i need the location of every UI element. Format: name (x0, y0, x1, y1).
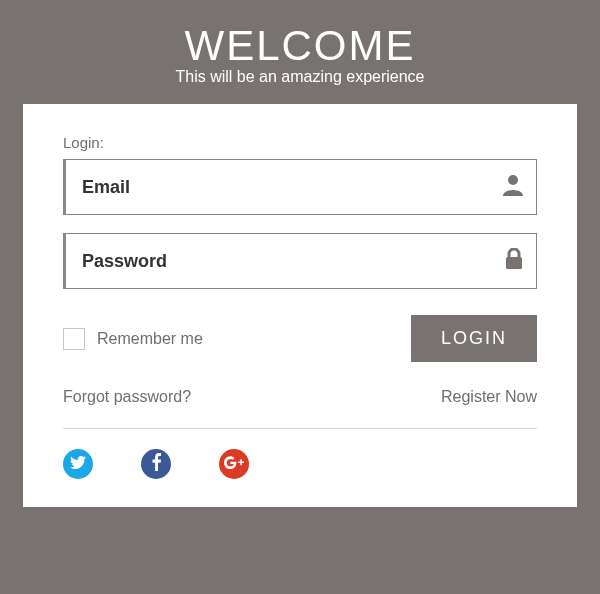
remember-checkbox[interactable] (63, 328, 85, 350)
remember-me-wrap[interactable]: Remember me (63, 328, 203, 350)
login-button[interactable]: LOGIN (411, 315, 537, 362)
svg-rect-1 (506, 257, 522, 269)
facebook-button[interactable] (141, 449, 171, 479)
email-field-wrap (63, 159, 537, 215)
google-plus-button[interactable] (219, 449, 249, 479)
password-field[interactable] (63, 233, 537, 289)
links-row: Forgot password? Register Now (63, 388, 537, 429)
social-row (63, 449, 537, 479)
register-link[interactable]: Register Now (441, 388, 537, 406)
twitter-icon (70, 455, 86, 473)
page-background: WELCOME This will be an amazing experien… (0, 0, 600, 594)
remember-row: Remember me LOGIN (63, 315, 537, 362)
google-plus-icon (224, 455, 244, 473)
login-section-label: Login: (63, 134, 537, 151)
remember-label: Remember me (97, 330, 203, 348)
facebook-icon (152, 453, 161, 475)
login-card: Login: Remember me (23, 104, 577, 507)
page-title: WELCOME (0, 22, 600, 70)
email-field[interactable] (63, 159, 537, 215)
svg-marker-2 (238, 459, 244, 465)
forgot-password-link[interactable]: Forgot password? (63, 388, 191, 406)
welcome-header: WELCOME This will be an amazing experien… (0, 22, 600, 86)
password-field-wrap (63, 233, 537, 289)
svg-point-0 (508, 175, 518, 185)
page-subtitle: This will be an amazing experience (0, 68, 600, 86)
user-icon (503, 174, 523, 200)
twitter-button[interactable] (63, 449, 93, 479)
lock-icon (505, 248, 523, 274)
